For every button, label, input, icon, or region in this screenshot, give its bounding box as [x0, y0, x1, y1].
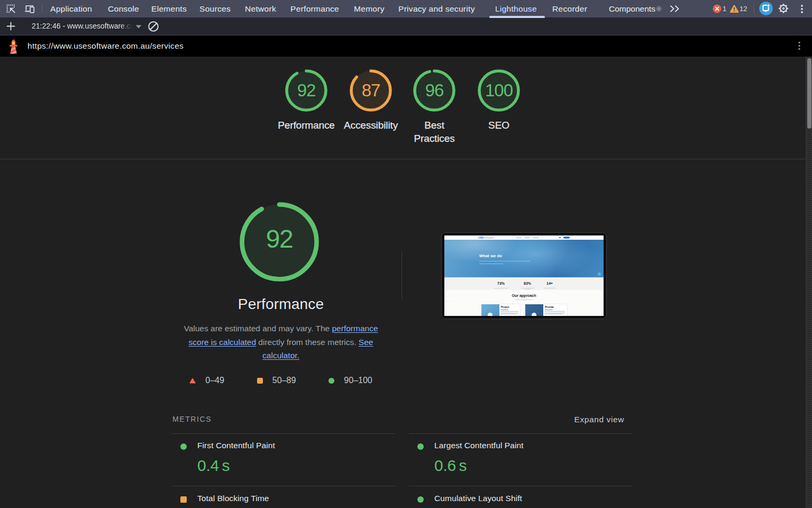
gauge-score: 92: [285, 81, 327, 99]
site-nav-item: [533, 238, 539, 238]
warning-count[interactable]: 12: [740, 0, 747, 17]
inspect-element-icon[interactable]: [6, 4, 16, 14]
toolbar-divider-right: [754, 4, 754, 14]
warning-count-icon[interactable]: [729, 4, 739, 13]
desc-text: directly from these metrics.: [256, 338, 359, 347]
screenshot-approach-section: Our approach ˇ ˇ Project Provide: [444, 290, 604, 316]
card-subtitle: [545, 310, 553, 310]
score-legend: 0–49 50–89 90–100: [170, 376, 392, 385]
page-screenshot-thumbnail[interactable]: USEsoftware What we do 73% 83% 14+: [441, 232, 607, 319]
metric-pass-icon: [417, 443, 424, 450]
selected-tab-underline: [489, 16, 545, 19]
tab-performance[interactable]: Performance: [290, 0, 339, 17]
scrollbar-thumb[interactable]: [807, 58, 811, 129]
gauge-accessibility[interactable]: 87 Accessibility: [350, 69, 392, 112]
metric-divider: [172, 433, 395, 434]
card-subtitle: [501, 310, 508, 310]
performance-score: 92: [240, 224, 319, 253]
lighthouse-history-bar: 21:22:46 - www.usesoftware.com.au/servic…: [0, 17, 812, 35]
summary-divider: [0, 159, 806, 159]
site-nav-item: [516, 238, 522, 238]
legend-fail: 0–49: [189, 376, 224, 385]
gauge-seo[interactable]: 100 SEO: [478, 69, 520, 112]
hero-title: What we do: [479, 253, 502, 258]
chat-widget-dot: [598, 273, 601, 276]
desc-text: Values are estimated and may vary. The: [184, 324, 332, 333]
report-select[interactable]: 21:22:46 - www.usesoftware.com.au/servic…: [32, 17, 133, 35]
devtools-menu-kebab-icon[interactable]: [799, 4, 805, 14]
metric-value: 0.4 s: [197, 457, 230, 475]
report-menu-kebab-icon[interactable]: [797, 41, 802, 51]
approach-caption: [515, 300, 533, 300]
card-avatar: [532, 313, 536, 316]
clear-reports-icon[interactable]: [148, 21, 159, 32]
stat-value: 83%: [517, 282, 538, 285]
tab-components[interactable]: Components: [609, 0, 655, 17]
report-select-caret-icon[interactable]: [135, 25, 142, 29]
tab-memory[interactable]: Memory: [354, 0, 385, 17]
screenshot-site-header: USEsoftware: [444, 235, 604, 240]
metric-divider: [172, 486, 395, 486]
screenshot-hero: What we do: [444, 240, 604, 277]
ai-assistance-icon[interactable]: [759, 2, 773, 15]
screenshot-page: USEsoftware What we do 73% 83% 14+: [444, 235, 604, 316]
error-count-icon[interactable]: [713, 4, 722, 13]
fail-triangle-icon: [189, 378, 196, 384]
report-scrollbar[interactable]: [806, 57, 812, 508]
stat-caption: [494, 288, 508, 288]
stat-caption: [524, 289, 531, 289]
metric-name: First Contentful Paint: [197, 441, 275, 450]
settings-gear-icon[interactable]: [778, 3, 789, 14]
metric-name: Largest Contentful Paint: [434, 441, 524, 450]
tab-lighthouse[interactable]: Lighthouse: [495, 0, 537, 17]
tab-recorder[interactable]: Recorder: [552, 0, 587, 17]
card-panel: Provide: [543, 304, 567, 316]
metric-pass-icon: [417, 496, 424, 503]
metric-name: Total Blocking Time: [197, 494, 269, 503]
tab-application[interactable]: Application: [50, 0, 92, 17]
error-count[interactable]: 1: [723, 0, 726, 17]
gauge-performance[interactable]: 92 Performance: [285, 69, 327, 112]
card-panel: Project: [499, 304, 520, 316]
gauge-label[interactable]: SEO: [467, 119, 531, 132]
pass-circle-icon: [329, 378, 334, 384]
card-text: [501, 313, 518, 313]
stat-value: 73%: [490, 282, 512, 285]
report-url: https://www.usesoftware.com.au/services: [28, 35, 184, 57]
device-toolbar-icon[interactable]: [24, 4, 35, 14]
card-text: [501, 311, 518, 312]
site-nav-item: [524, 238, 530, 238]
metric-divider: [409, 486, 632, 486]
metrics-section-header: METRICS: [172, 415, 212, 423]
gauge-score: 96: [413, 81, 455, 99]
gauge-label[interactable]: Best Practices: [403, 119, 466, 145]
hero-text-line: [479, 261, 530, 261]
stat-value: 14+: [539, 282, 560, 285]
devtools-toolbar: Application Console Elements Sources Net…: [0, 0, 812, 17]
legend-pass: 90–100: [329, 376, 372, 385]
more-tabs-icon[interactable]: [669, 4, 681, 13]
gauge-best-practices[interactable]: 96 Best Practices: [413, 69, 455, 112]
metric-value: 0.6 s: [434, 457, 467, 475]
metric-average-icon: [180, 496, 187, 503]
card-text: [545, 311, 565, 312]
expand-view-button[interactable]: Expand view: [409, 415, 624, 424]
gauge-label[interactable]: Accessibility: [339, 119, 403, 132]
stat-caption: [521, 288, 534, 288]
toolbar-divider: [42, 4, 42, 13]
lighthouse-logo-icon: [7, 39, 20, 54]
site-logo: USEsoftware: [478, 236, 494, 239]
screenshot-stats-band: 73% 83% 14+: [444, 277, 604, 290]
section-vertical-divider: [402, 252, 402, 300]
card-text: [545, 313, 565, 313]
tab-privacy-and-security[interactable]: Privacy and security: [398, 0, 475, 17]
hero-text-line: [479, 264, 503, 264]
gauge-label[interactable]: Performance: [275, 119, 338, 132]
tab-elements[interactable]: Elements: [151, 0, 187, 17]
components-settings-icon[interactable]: [656, 6, 662, 12]
tab-console[interactable]: Console: [108, 0, 139, 17]
tab-network[interactable]: Network: [245, 0, 276, 17]
new-report-plus-icon[interactable]: [6, 22, 15, 31]
tab-sources[interactable]: Sources: [199, 0, 231, 17]
card-title: Provide: [545, 306, 554, 309]
